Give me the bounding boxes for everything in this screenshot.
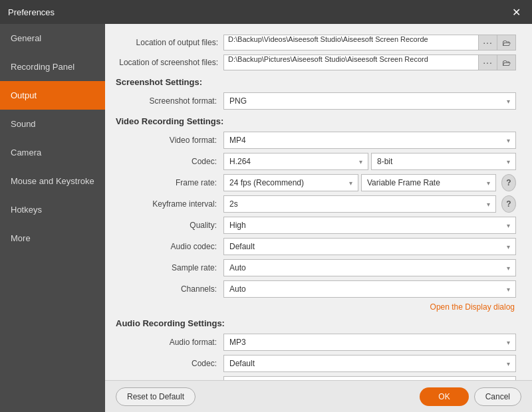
dropdown-arrow-icon: ▾ [507, 222, 510, 229]
bottom-bar: Reset to Default OK Cancel [105, 380, 532, 412]
channels-dropdown[interactable]: Auto ▾ [223, 280, 516, 298]
sample-rate-label: Sample rate: [110, 263, 223, 272]
codec-row: Codec: H.264 ▾ 8-bit ▾ [105, 153, 521, 170]
window-title: Preferences [8, 7, 508, 17]
dropdown-arrow-icon: ▾ [349, 179, 352, 187]
audio-recording-header: Audio Recording Settings: [116, 318, 521, 328]
title-bar: Preferences ✕ [0, 0, 532, 24]
folder-icon: 🗁 [502, 58, 511, 68]
screenshot-settings-header: Screenshot Settings: [116, 77, 521, 87]
audio-format-dropdown[interactable]: MP3 ▾ [223, 334, 516, 351]
close-button[interactable]: ✕ [508, 4, 524, 20]
output-location-label: Location of output files: [110, 38, 223, 47]
audio-codec-dropdown2[interactable]: Default ▾ [223, 355, 516, 372]
ok-button[interactable]: OK [420, 387, 468, 406]
reset-button[interactable]: Reset to Default [116, 387, 196, 406]
dropdown-arrow-icon: ▾ [507, 98, 510, 105]
sidebar-item-hotkeys[interactable]: Hotkeys [0, 195, 105, 224]
screenshot-format-row: Screenshot format: PNG ▾ [105, 92, 521, 110]
keyframe-label: Keyframe interval: [110, 199, 223, 209]
quality-row: Quality: High ▾ [105, 217, 521, 234]
cancel-button[interactable]: Cancel [474, 387, 521, 406]
video-recording-header: Video Recording Settings: [116, 116, 521, 126]
codec-label: Codec: [110, 157, 223, 166]
sample-rate-dropdown[interactable]: Auto ▾ [223, 259, 516, 276]
action-buttons: OK Cancel [420, 387, 521, 406]
audio-codec-row2: Codec: Default ▾ [105, 355, 521, 372]
dropdown-arrow-icon: ▾ [507, 137, 510, 144]
dropdown-arrow-icon: ▾ [507, 243, 510, 251]
sample-rate-row: Sample rate: Auto ▾ [105, 259, 521, 276]
screenshot-format-label: Screenshot format: [110, 96, 223, 106]
sidebar-item-recording-panel[interactable]: Recording Panel [0, 52, 105, 81]
screenshot-location-label: Location of screenshot files: [110, 58, 223, 67]
codec-dropdown[interactable]: H.264 ▾ [223, 153, 368, 170]
quality-label: Quality: [110, 221, 223, 230]
audio-format-row: Audio format: MP3 ▾ [105, 334, 521, 351]
video-format-label: Video format: [110, 136, 223, 145]
codec-split: H.264 ▾ 8-bit ▾ [223, 153, 516, 170]
sidebar: General Recording Panel Output Sound Cam… [0, 24, 105, 412]
screenshot-location-input[interactable]: D:\Backup\Pictures\Aiseesoft Studio\Aise… [223, 54, 479, 70]
audio-codec-label2: Codec: [110, 359, 223, 368]
sidebar-item-output[interactable]: Output [0, 81, 105, 110]
dropdown-arrow-icon: ▾ [507, 339, 510, 346]
sidebar-item-camera[interactable]: Camera [0, 138, 105, 167]
sidebar-item-mouse-keystroke[interactable]: Mouse and Keystroke [0, 167, 105, 195]
audio-format-label: Audio format: [110, 338, 223, 347]
dropdown-arrow-icon: ▾ [507, 158, 510, 165]
output-location-row: Location of output files: D:\Backup\Vide… [105, 35, 521, 51]
channels-label: Channels: [110, 284, 223, 294]
video-format-dropdown[interactable]: MP4 ▾ [223, 132, 516, 149]
main-scroll[interactable]: Location of output files: D:\Backup\Vide… [105, 24, 532, 380]
video-format-row: Video format: MP4 ▾ [105, 132, 521, 149]
dropdown-arrow-icon: ▾ [507, 360, 510, 367]
dropdown-arrow-icon: ▾ [487, 179, 490, 187]
output-location-input[interactable]: D:\Backup\Videos\Aiseesoft Studio\Aisees… [223, 35, 479, 51]
sidebar-item-more[interactable]: More [0, 224, 105, 253]
frame-rate-row: Frame rate: 24 fps (Recommend) ▾ Variabl… [105, 174, 521, 191]
bit-depth-dropdown[interactable]: 8-bit ▾ [371, 153, 516, 170]
quality-dropdown[interactable]: High ▾ [223, 217, 516, 234]
variable-frame-dropdown[interactable]: Variable Frame Rate ▾ [361, 174, 496, 191]
screenshot-format-dropdown[interactable]: PNG ▾ [223, 92, 516, 110]
preferences-window: Preferences ✕ General Recording Panel Ou… [0, 0, 532, 412]
dropdown-arrow-icon: ▾ [487, 201, 490, 208]
screenshot-dots-button[interactable]: ··· [479, 54, 497, 70]
main-content: General Recording Panel Output Sound Cam… [0, 24, 532, 412]
keyframe-help-button[interactable]: ? [501, 195, 516, 213]
folder-icon: 🗁 [502, 38, 511, 48]
audio-codec-row: Audio codec: Default ▾ [105, 238, 521, 255]
keyframe-row: Keyframe interval: 2s ▾ ? [105, 195, 521, 213]
sidebar-item-sound[interactable]: Sound [0, 110, 105, 138]
channels-row: Channels: Auto ▾ [105, 280, 521, 298]
main-panel: Location of output files: D:\Backup\Vide… [105, 24, 532, 412]
frame-rate-help-button[interactable]: ? [501, 174, 516, 191]
audio-codec-dropdown[interactable]: Default ▾ [223, 238, 516, 255]
frame-rate-split: 24 fps (Recommend) ▾ Variable Frame Rate… [223, 174, 516, 191]
keyframe-dropdown[interactable]: 2s ▾ [223, 195, 496, 213]
open-display-row: Open the Display dialog [105, 302, 521, 312]
dropdown-arrow-icon: ▾ [507, 286, 510, 293]
frame-rate-label: Frame rate: [110, 178, 223, 187]
screenshot-location-row: Location of screenshot files: D:\Backup\… [105, 54, 521, 70]
dropdown-arrow-icon: ▾ [507, 264, 510, 272]
frame-rate-dropdown[interactable]: 24 fps (Recommend) ▾ [223, 174, 358, 191]
audio-codec-label: Audio codec: [110, 242, 223, 251]
output-folder-button[interactable]: 🗁 [497, 35, 516, 51]
dropdown-arrow-icon: ▾ [359, 158, 362, 165]
screenshot-folder-button[interactable]: 🗁 [497, 54, 516, 70]
sidebar-item-general[interactable]: General [0, 24, 105, 52]
open-display-link[interactable]: Open the Display dialog [430, 302, 515, 312]
output-dots-button[interactable]: ··· [479, 35, 497, 51]
